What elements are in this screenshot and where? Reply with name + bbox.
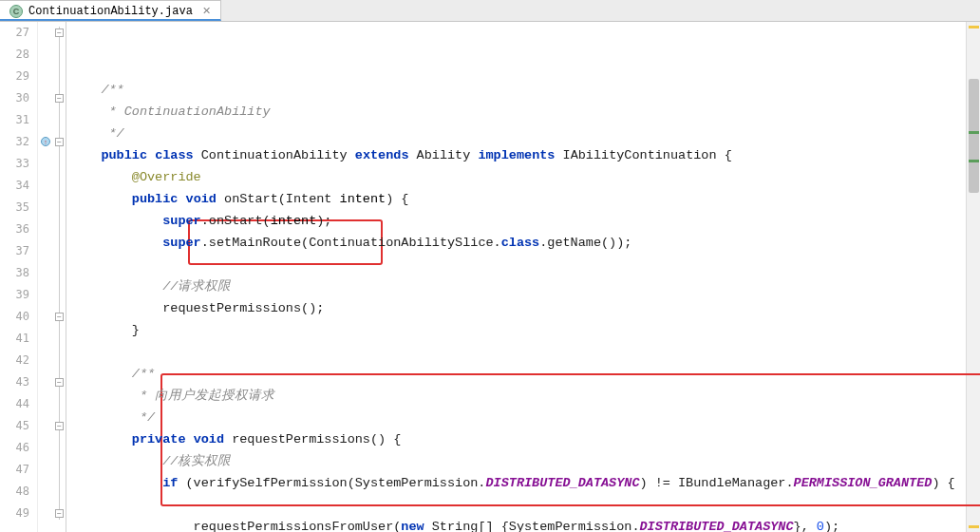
- override-marker-icon[interactable]: ↑: [39, 135, 52, 148]
- line-number: 32: [0, 131, 29, 153]
- code-line[interactable]: [70, 254, 966, 276]
- line-number: 41: [0, 328, 29, 350]
- code-line[interactable]: requestPermissionsFromUser(new String[] …: [70, 516, 966, 532]
- fold-column: −−−−−−−: [53, 22, 66, 532]
- line-number: 34: [0, 175, 29, 197]
- scrollbar-thumb[interactable]: [969, 79, 979, 193]
- scrollbar-mark[interactable]: [969, 525, 979, 528]
- code-area[interactable]: /** * ContinuationAbility */ public clas…: [66, 22, 966, 532]
- line-number: 28: [0, 44, 29, 66]
- code-line[interactable]: }: [70, 319, 966, 341]
- line-number: 37: [0, 240, 29, 262]
- line-number: 36: [0, 218, 29, 240]
- line-number: 47: [0, 459, 29, 481]
- line-number: 35: [0, 197, 29, 218]
- line-number: 38: [0, 262, 29, 284]
- code-line[interactable]: if (verifySelfPermission(SystemPermissio…: [70, 472, 966, 494]
- code-line[interactable]: /**: [70, 363, 966, 385]
- fold-toggle[interactable]: −: [55, 28, 64, 37]
- code-line[interactable]: requestPermissions();: [70, 297, 966, 319]
- code-line[interactable]: [70, 494, 966, 516]
- code-line[interactable]: */: [70, 407, 966, 428]
- code-line[interactable]: @Override: [70, 166, 966, 188]
- line-number: 31: [0, 109, 29, 131]
- line-number: 33: [0, 153, 29, 175]
- code-line[interactable]: super.setMainRoute(ContinuationAbilitySl…: [70, 232, 966, 254]
- close-icon[interactable]: ✕: [202, 5, 211, 17]
- fold-toggle[interactable]: −: [55, 422, 64, 430]
- code-line[interactable]: */: [70, 123, 966, 144]
- line-number: 49: [0, 503, 29, 524]
- line-number: 46: [0, 437, 29, 459]
- scrollbar-mark[interactable]: [969, 160, 979, 162]
- code-line[interactable]: //请求权限: [70, 276, 966, 297]
- code-line[interactable]: /**: [70, 79, 966, 101]
- line-number: 40: [0, 306, 29, 328]
- scrollbar-mark[interactable]: [969, 26, 979, 28]
- line-number: 42: [0, 350, 29, 371]
- tab-bar: C ContinuationAbility.java ✕: [0, 0, 980, 22]
- code-line[interactable]: public class ContinuationAbility extends…: [70, 144, 966, 166]
- line-number: 30: [0, 87, 29, 109]
- fold-toggle[interactable]: −: [55, 94, 64, 103]
- fold-toggle[interactable]: −: [55, 313, 64, 321]
- line-number: 39: [0, 284, 29, 306]
- code-line[interactable]: public void onStart(Intent intent) {: [70, 188, 966, 210]
- line-number: 27: [0, 22, 29, 44]
- line-number: 29: [0, 66, 29, 87]
- marker-column: ↑: [38, 22, 53, 532]
- code-line[interactable]: [70, 341, 966, 363]
- file-tab-continuationability[interactable]: C ContinuationAbility.java ✕: [0, 0, 221, 21]
- code-line[interactable]: * 向用户发起授权请求: [70, 385, 966, 407]
- line-number: 44: [0, 393, 29, 415]
- java-class-icon: C: [9, 5, 23, 18]
- scrollbar-mark[interactable]: [969, 131, 979, 134]
- code-line[interactable]: * ContinuationAbility: [70, 101, 966, 123]
- fold-toggle[interactable]: −: [55, 509, 64, 518]
- vertical-scrollbar[interactable]: [966, 22, 980, 532]
- fold-toggle[interactable]: −: [55, 378, 64, 387]
- editor: 2728293031323334353637383940414243444546…: [0, 22, 980, 532]
- line-number: 43: [0, 371, 29, 393]
- line-number-gutter: 2728293031323334353637383940414243444546…: [0, 22, 38, 532]
- tab-filename: ContinuationAbility.java: [28, 5, 193, 18]
- code-line[interactable]: super.onStart(intent);: [70, 210, 966, 232]
- code-line[interactable]: //核实权限: [70, 450, 966, 472]
- line-number: 45: [0, 415, 29, 437]
- code-line[interactable]: private void requestPermissions() {: [70, 428, 966, 450]
- fold-toggle[interactable]: −: [55, 138, 64, 146]
- line-number: 48: [0, 481, 29, 503]
